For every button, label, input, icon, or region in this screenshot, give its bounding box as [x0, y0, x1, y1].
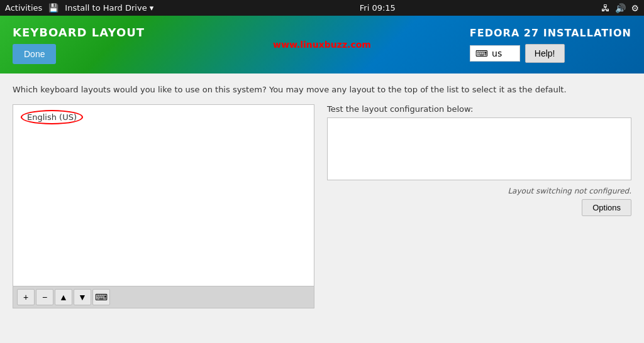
header-right: FEDORA 27 INSTALLATION ⌨ us Help!: [470, 27, 631, 63]
remove-layout-button[interactable]: −: [36, 289, 53, 305]
left-panel: English (US) + − ▲ ▼ ⌨: [13, 104, 314, 308]
list-item[interactable]: English (US): [13, 105, 314, 129]
add-layout-button[interactable]: +: [17, 289, 35, 305]
done-button[interactable]: Done: [13, 44, 56, 64]
test-input[interactable]: [327, 117, 631, 180]
header-left: KEYBOARD LAYOUT Done: [13, 26, 470, 64]
keyboard-layout-display: ⌨ us: [470, 45, 520, 62]
list-toolbar: + − ▲ ▼ ⌨: [13, 286, 314, 308]
panels: English (US) + − ▲ ▼ ⌨ Test the layout c…: [13, 104, 631, 308]
keyboard-icon: ⌨: [475, 48, 488, 58]
watermark: www.linuxbuzz.com: [273, 40, 371, 50]
preview-layout-button[interactable]: ⌨: [92, 289, 110, 305]
activities-button[interactable]: Activities: [5, 3, 42, 13]
fedora-title: FEDORA 27 INSTALLATION: [470, 27, 631, 39]
clock: Fri 09:15: [360, 3, 396, 13]
layout-list[interactable]: English (US): [13, 104, 314, 286]
description-text: Which keyboard layouts would you like to…: [13, 85, 631, 94]
layout-item-label: English (US): [21, 110, 83, 124]
page-title: KEYBOARD LAYOUT: [13, 26, 470, 39]
main-content: Which keyboard layouts would you like to…: [0, 74, 644, 320]
network-icon: 🖧: [601, 3, 610, 13]
install-button[interactable]: Install to Hard Drive ▾: [65, 3, 153, 13]
volume-icon: 🔊: [615, 3, 626, 13]
move-up-button[interactable]: ▲: [55, 289, 72, 305]
hdd-icon: 💾: [48, 3, 58, 13]
keyboard-value: us: [492, 48, 502, 58]
right-panel: Test the layout configuration below: Lay…: [327, 104, 631, 216]
system-menu-icon[interactable]: ⚙: [631, 3, 639, 13]
move-down-button[interactable]: ▼: [74, 289, 91, 305]
dropdown-arrow-icon: ▾: [150, 3, 154, 13]
options-button[interactable]: Options: [582, 199, 631, 216]
test-label: Test the layout configuration below:: [327, 104, 631, 114]
switching-note: Layout switching not configured.: [327, 187, 631, 195]
help-button[interactable]: Help!: [525, 44, 565, 63]
install-label: Install to Hard Drive: [65, 3, 147, 13]
header: KEYBOARD LAYOUT Done www.linuxbuzz.com F…: [0, 16, 644, 74]
top-bar: Activities 💾 Install to Hard Drive ▾ Fri…: [0, 0, 644, 16]
